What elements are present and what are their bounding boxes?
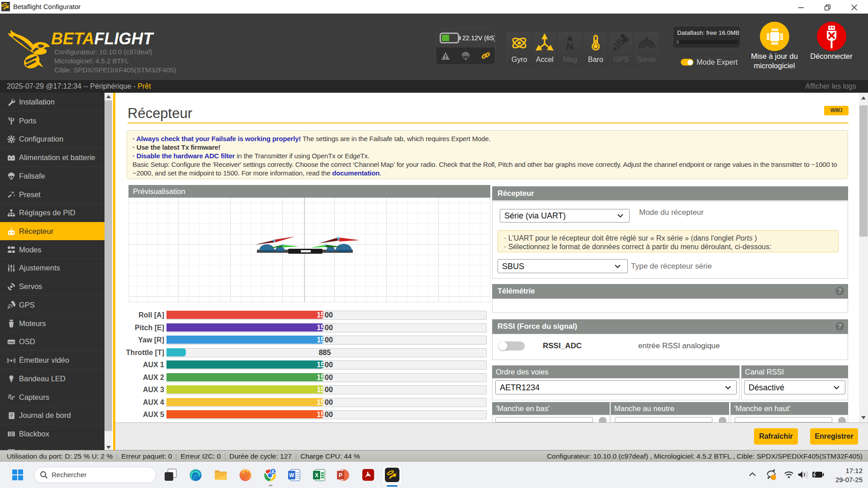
svg-text:OSD: OSD xyxy=(8,341,14,344)
svg-text:W: W xyxy=(289,472,294,479)
svg-text:N: N xyxy=(567,41,574,52)
svg-text:P: P xyxy=(339,472,342,479)
svg-text:X: X xyxy=(315,472,318,479)
